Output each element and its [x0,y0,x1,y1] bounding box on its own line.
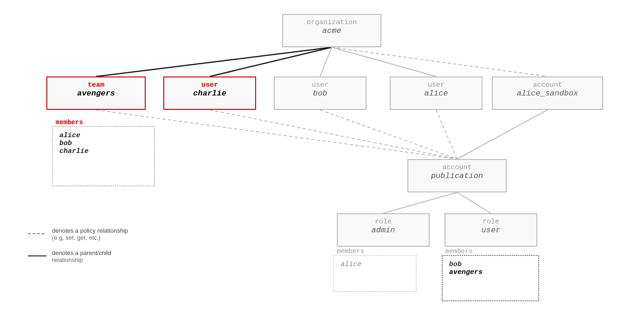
legend-item-solid: denotes a parent/child relationship [28,249,128,263]
node-type-org-acme: organization [290,19,374,26]
svg-line-1 [210,47,332,76]
member-role-user-bob: bob [449,261,532,268]
legend-item-dashed: denotes a policy relationship (e.g, set,… [28,227,128,241]
svg-line-6 [210,110,457,159]
node-role-admin: role admin [337,213,430,247]
node-name-org-acme: acme [290,26,374,35]
svg-line-3 [332,47,436,76]
members-box-role-user: bob avengers [442,255,539,301]
legend-dashed-line [28,230,46,237]
member-role-admin-alice: alice [341,261,409,268]
legend-solid-line [28,253,46,259]
node-name-user-bob: bob [281,89,359,98]
node-account-alice-sandbox: account alice_sandbox [492,76,603,110]
member-bob: bob [59,140,148,147]
svg-line-9 [457,110,547,159]
legend: denotes a policy relationship (e.g, set,… [28,227,128,272]
node-name-role-user: user [452,226,530,235]
member-charlie: charlie [59,147,148,155]
svg-line-2 [320,47,332,76]
node-type-team-avengers: team [54,81,138,89]
members-box-role-admin: alice [333,255,417,292]
members-label-role-admin: members [337,248,364,255]
node-team-avengers: team avengers [46,76,146,110]
legend-text-solid: denotes a parent/child relationship [52,249,111,263]
node-role-user: role user [444,213,537,247]
members-box-team: alice bob charlie [52,126,155,186]
node-type-role-user: role [452,218,530,226]
node-user-bob: user bob [274,76,367,110]
svg-line-8 [436,110,457,159]
legend-sub-text-dashed: (e.g, set, get, etc.) [52,234,128,241]
node-type-user-alice: user [397,81,475,89]
node-name-role-admin: admin [344,226,422,235]
member-role-user-avengers: avengers [449,268,532,276]
node-user-charlie: user charlie [163,76,256,110]
node-type-account-alice-sandbox: account [499,81,596,89]
node-type-user-charlie: user [171,81,249,89]
legend-main-text-solid: denotes a parent/child [52,249,111,256]
svg-line-11 [457,192,491,213]
node-type-user-bob: user [281,81,359,89]
svg-line-0 [96,47,332,76]
node-name-team-avengers: avengers [54,89,138,98]
legend-sub-text-solid: relationship [52,256,111,263]
legend-main-text-dashed: denotes a policy relationship [52,227,128,234]
node-org-acme: organization acme [282,14,381,47]
svg-line-4 [332,47,547,76]
svg-line-7 [320,110,457,159]
members-label-team: members [56,119,83,126]
svg-line-10 [383,192,457,213]
node-type-role-admin: role [344,218,422,226]
node-name-account-publication: publication [415,172,499,180]
node-name-user-charlie: charlie [171,89,249,98]
members-label-role-user: members [445,248,473,255]
node-name-user-alice: alice [397,89,475,98]
member-alice: alice [59,132,148,140]
diagram: organization acme team avengers user cha… [0,0,644,331]
node-user-alice: user alice [390,76,483,110]
node-type-account-publication: account [415,164,499,172]
node-account-publication: account publication [407,159,507,192]
legend-text-dashed: denotes a policy relationship (e.g, set,… [52,227,128,241]
node-name-account-alice-sandbox: alice_sandbox [499,89,596,98]
